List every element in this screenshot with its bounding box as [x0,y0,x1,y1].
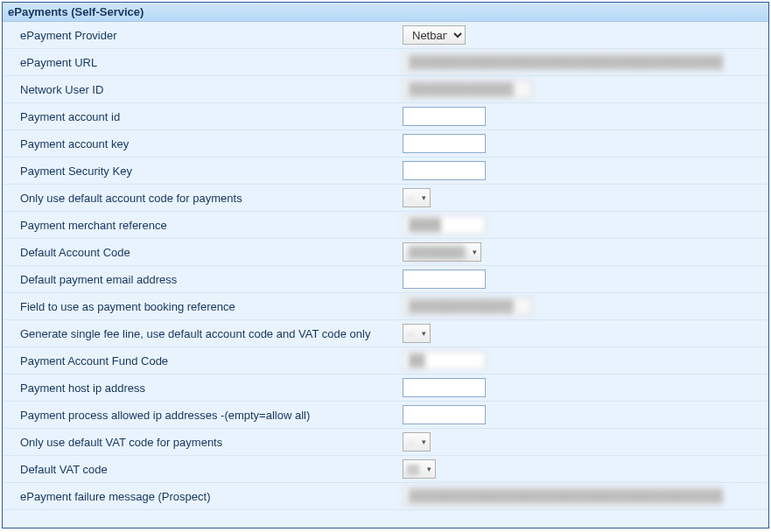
failure-msg-field[interactable]: ████████████████████████████████████████… [403,486,723,506]
row-fund-code: Payment Account Fund Code ██ [3,347,768,374]
row-provider: ePayment Provider Netbanx [3,22,768,49]
provider-select[interactable]: Netbanx [403,25,466,45]
row-account-key: Payment account key [3,130,768,158]
row-only-default-account: Only use default account code for paymen… [3,185,768,212]
label-failure-msg: ePayment failure message (Prospect) [3,490,401,503]
label-default-email: Default payment email address [3,273,401,286]
row-default-email: Default payment email address [3,266,768,293]
row-host-ip: Payment host ip address [3,374,768,402]
label-merchant-ref: Payment merchant reference [3,219,401,232]
label-account-key: Payment account key [3,137,401,150]
label-only-default-account: Only use default account code for paymen… [3,192,401,205]
label-network-user: Network User ID [3,83,401,96]
default-account-code-select[interactable]: ███████▾ [403,242,481,262]
network-user-field[interactable]: █████████████ [403,80,532,99]
row-only-default-vat: Only use default VAT code for payments ▪… [3,429,768,456]
label-booking-ref: Field to use as payment booking referenc… [3,300,401,313]
single-fee-select[interactable]: ▪▾ [403,324,431,343]
default-email-input[interactable] [403,270,486,289]
row-default-vat: Default VAT code ██▾ [3,456,768,483]
label-account-id: Payment account id [3,110,401,123]
row-url: ePayment URL ███████████████████████████… [3,49,768,76]
row-account-id: Payment account id [3,103,768,130]
row-failure-msg: ePayment failure message (Prospect) ████… [3,483,768,510]
fund-code-input[interactable]: ██ [403,351,486,370]
only-default-vat-select[interactable]: ▪▾ [403,432,431,452]
label-single-fee: Generate single fee line, use default ac… [3,327,401,340]
chevron-down-icon: ▾ [468,248,480,256]
default-vat-select[interactable]: ██▾ [403,459,436,479]
label-url: ePayment URL [3,56,401,69]
url-field[interactable]: ████████████████████████████████████████ [403,52,723,72]
label-provider: ePayment Provider [3,29,401,42]
row-security-key: Payment Security Key [3,158,768,185]
row-network-user: Network User ID █████████████ [3,76,768,103]
chevron-down-icon: ▾ [423,465,435,473]
chevron-down-icon: ▾ [417,438,430,446]
row-single-fee: Generate single fee line, use default ac… [3,320,768,347]
security-key-input[interactable] [403,161,486,180]
chevron-down-icon: ▾ [417,193,430,202]
label-fund-code: Payment Account Fund Code [3,354,401,368]
chevron-down-icon: ▾ [417,329,430,338]
label-default-vat: Default VAT code [3,463,401,476]
row-booking-ref: Field to use as payment booking referenc… [3,293,768,320]
label-security-key: Payment Security Key [3,164,401,178]
only-default-account-select[interactable]: ▪▾ [403,188,431,207]
row-merchant-ref: Payment merchant reference ████ [3,212,768,239]
host-ip-input[interactable] [403,378,486,397]
label-only-default-vat: Only use default VAT code for payments [3,436,401,449]
epayments-panel: ePayments (Self-Service) ePayment Provid… [2,2,769,528]
settings-rows: ePayment Provider Netbanx ePayment URL █… [3,22,768,528]
allowed-ip-input[interactable] [403,405,486,424]
merchant-ref-input[interactable]: ████ [403,215,486,234]
label-host-ip: Payment host ip address [3,382,401,395]
account-key-input[interactable] [403,134,486,153]
label-default-account-code: Default Account Code [3,246,401,259]
booking-ref-field[interactable]: █████████████ [403,297,532,316]
row-default-account-code: Default Account Code ███████▾ [3,239,768,266]
label-allowed-ip: Payment process allowed ip addresses -(e… [3,409,401,422]
row-spacer [3,510,768,528]
panel-title: ePayments (Self-Service) [3,3,768,22]
account-id-input[interactable] [403,107,486,126]
row-allowed-ip: Payment process allowed ip addresses -(e… [3,402,768,429]
